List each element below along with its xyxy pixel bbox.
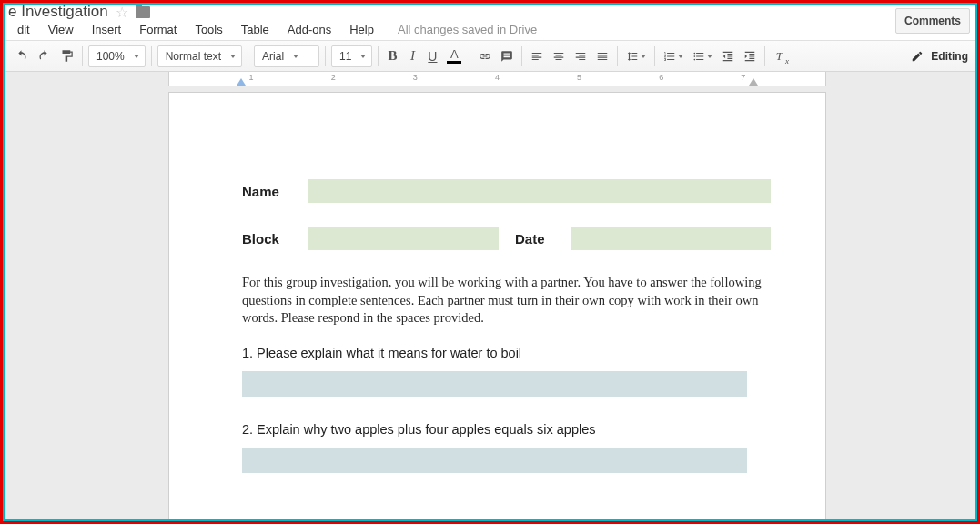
answer-box-1[interactable] bbox=[242, 371, 747, 397]
menu-format[interactable]: Format bbox=[130, 20, 186, 39]
star-icon[interactable]: ☆ bbox=[116, 4, 128, 21]
menu-table[interactable]: Table bbox=[232, 20, 278, 39]
answer-box-2[interactable] bbox=[242, 448, 747, 473]
chevron-down-icon bbox=[293, 55, 298, 58]
redo-button[interactable] bbox=[33, 45, 56, 67]
undo-button[interactable] bbox=[10, 45, 33, 67]
editing-mode-button[interactable]: Editing bbox=[911, 50, 968, 63]
increase-indent-button[interactable] bbox=[739, 45, 761, 67]
font-dropdown[interactable]: Arial bbox=[254, 45, 319, 67]
align-left-button[interactable] bbox=[526, 45, 548, 67]
clear-formatting-button[interactable]: Tx bbox=[769, 45, 789, 67]
numbered-list-button[interactable] bbox=[659, 45, 688, 67]
comment-button[interactable] bbox=[496, 45, 518, 67]
bulleted-list-button[interactable] bbox=[688, 45, 717, 67]
chevron-down-icon bbox=[641, 55, 646, 58]
ruler-mark: 6 bbox=[659, 73, 663, 82]
zoom-dropdown[interactable]: 100% bbox=[88, 45, 146, 67]
comments-button[interactable]: Comments bbox=[895, 8, 970, 34]
page[interactable]: Name Block Date For this group investiga… bbox=[168, 92, 826, 519]
right-indent-marker[interactable] bbox=[749, 78, 758, 86]
menu-view[interactable]: View bbox=[39, 20, 83, 39]
question-1[interactable]: 1. Please explain what it means for wate… bbox=[242, 346, 771, 360]
ruler-mark: 5 bbox=[577, 73, 581, 82]
menu-bar: dit View Insert Format Tools Table Add-o… bbox=[5, 19, 975, 41]
bold-button[interactable]: B bbox=[382, 45, 402, 67]
menu-addons[interactable]: Add-ons bbox=[278, 20, 340, 39]
block-label: Block bbox=[242, 231, 308, 247]
folder-icon[interactable] bbox=[136, 6, 150, 18]
question-2[interactable]: 2. Explain why two apples plus four appl… bbox=[242, 422, 771, 437]
date-label: Date bbox=[515, 231, 571, 247]
line-spacing-button[interactable] bbox=[621, 45, 651, 67]
left-indent-marker[interactable] bbox=[237, 78, 246, 86]
text-color-button[interactable]: A bbox=[442, 45, 466, 67]
ruler-mark: 3 bbox=[413, 73, 418, 82]
chevron-down-icon bbox=[134, 55, 139, 58]
ruler-mark: 7 bbox=[741, 73, 745, 82]
font-size-dropdown[interactable]: 11 bbox=[331, 45, 372, 67]
toolbar: 100% Normal text Arial 11 B I U A Tx Edi… bbox=[5, 41, 975, 72]
align-center-button[interactable] bbox=[548, 45, 570, 67]
instructions-text[interactable]: For this group investigation, you will b… bbox=[242, 274, 771, 328]
align-right-button[interactable] bbox=[570, 45, 591, 67]
ruler-mark: 1 bbox=[249, 73, 254, 82]
decrease-indent-button[interactable] bbox=[717, 45, 739, 67]
name-field[interactable] bbox=[308, 179, 771, 203]
pencil-icon bbox=[911, 50, 924, 63]
menu-insert[interactable]: Insert bbox=[83, 20, 131, 39]
chevron-down-icon bbox=[678, 55, 683, 58]
name-label: Name bbox=[242, 184, 308, 199]
align-justify-button[interactable] bbox=[591, 45, 613, 67]
doc-title[interactable]: e Investigation bbox=[8, 3, 108, 21]
menu-help[interactable]: Help bbox=[340, 20, 383, 39]
menu-edit[interactable]: dit bbox=[8, 20, 39, 39]
block-field[interactable] bbox=[308, 227, 499, 250]
chevron-down-icon bbox=[707, 55, 712, 58]
italic-button[interactable]: I bbox=[402, 45, 422, 67]
date-field[interactable] bbox=[571, 227, 771, 250]
chevron-down-icon bbox=[360, 55, 366, 58]
link-button[interactable] bbox=[474, 45, 496, 67]
styles-dropdown[interactable]: Normal text bbox=[157, 45, 242, 67]
ruler-mark: 4 bbox=[495, 73, 500, 82]
horizontal-ruler[interactable]: 1 2 3 4 5 6 7 bbox=[5, 72, 975, 86]
save-status: All changes saved in Drive bbox=[398, 23, 537, 36]
menu-tools[interactable]: Tools bbox=[186, 20, 231, 39]
paint-format-button[interactable] bbox=[56, 45, 78, 67]
document-canvas[interactable]: Name Block Date For this group investiga… bbox=[5, 86, 975, 519]
underline-button[interactable]: U bbox=[422, 45, 442, 67]
ruler-mark: 2 bbox=[331, 73, 336, 82]
chevron-down-icon bbox=[230, 55, 236, 58]
